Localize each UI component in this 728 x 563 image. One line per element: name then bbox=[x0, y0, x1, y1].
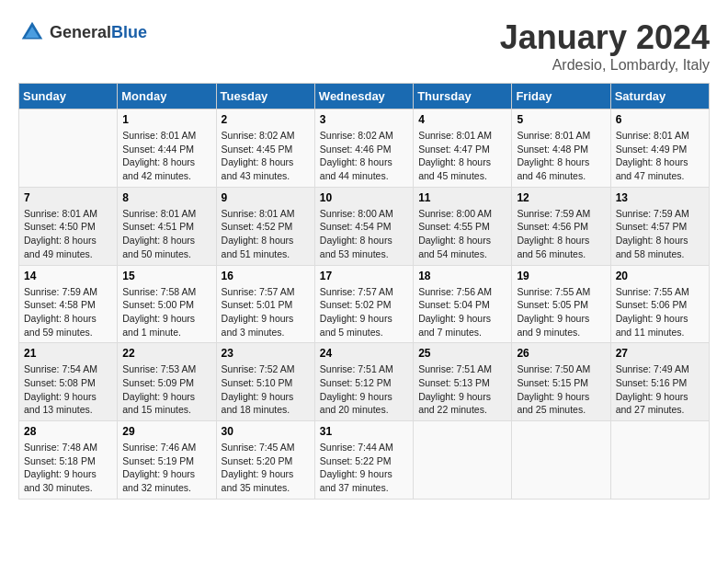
calendar-cell: 22 Sunrise: 7:53 AMSunset: 5:09 PMDaylig… bbox=[118, 343, 216, 421]
day-info: Sunrise: 8:01 AMSunset: 4:44 PMDaylight:… bbox=[122, 130, 196, 181]
day-number: 3 bbox=[320, 113, 408, 126]
calendar-cell: 16 Sunrise: 7:57 AMSunset: 5:01 PMDaylig… bbox=[216, 265, 314, 343]
day-info: Sunrise: 7:59 AMSunset: 4:58 PMDaylight:… bbox=[24, 286, 97, 338]
day-info: Sunrise: 7:58 AMSunset: 5:00 PMDaylight:… bbox=[122, 286, 196, 338]
calendar-cell: 26 Sunrise: 7:50 AMSunset: 5:15 PMDaylig… bbox=[512, 343, 610, 421]
header-day-thursday: Thursday bbox=[414, 84, 512, 109]
day-number: 31 bbox=[320, 425, 408, 438]
calendar-cell: 30 Sunrise: 7:45 AMSunset: 5:20 PMDaylig… bbox=[216, 421, 314, 500]
day-number: 4 bbox=[418, 113, 506, 126]
calendar-cell: 14 Sunrise: 7:59 AMSunset: 4:58 PMDaylig… bbox=[19, 265, 118, 343]
calendar-cell: 8 Sunrise: 8:01 AMSunset: 4:51 PMDayligh… bbox=[118, 187, 216, 265]
calendar-cell: 28 Sunrise: 7:48 AMSunset: 5:18 PMDaylig… bbox=[19, 421, 118, 500]
day-number: 7 bbox=[24, 191, 112, 204]
day-number: 28 bbox=[24, 425, 112, 438]
header-day-saturday: Saturday bbox=[610, 84, 709, 109]
day-info: Sunrise: 7:57 AMSunset: 5:01 PMDaylight:… bbox=[222, 286, 295, 338]
day-info: Sunrise: 7:59 AMSunset: 4:56 PMDaylight:… bbox=[517, 208, 590, 259]
calendar-cell: 9 Sunrise: 8:01 AMSunset: 4:52 PMDayligh… bbox=[216, 187, 314, 265]
calendar-cell: 7 Sunrise: 8:01 AMSunset: 4:50 PMDayligh… bbox=[19, 187, 118, 265]
day-info: Sunrise: 8:00 AMSunset: 4:55 PMDaylight:… bbox=[418, 208, 492, 259]
day-number: 26 bbox=[517, 347, 605, 360]
day-info: Sunrise: 8:01 AMSunset: 4:48 PMDaylight:… bbox=[517, 130, 590, 181]
calendar-cell: 25 Sunrise: 7:51 AMSunset: 5:13 PMDaylig… bbox=[414, 343, 512, 421]
day-info: Sunrise: 7:46 AMSunset: 5:19 PMDaylight:… bbox=[122, 442, 196, 493]
logo-text-blue: Blue bbox=[111, 23, 147, 41]
day-info: Sunrise: 7:55 AMSunset: 5:06 PMDaylight:… bbox=[616, 286, 689, 338]
day-number: 25 bbox=[418, 347, 506, 360]
calendar-cell: 12 Sunrise: 7:59 AMSunset: 4:56 PMDaylig… bbox=[512, 187, 610, 265]
day-number: 19 bbox=[517, 270, 605, 282]
calendar-table: SundayMondayTuesdayWednesdayThursdayFrid… bbox=[18, 83, 710, 500]
title-section: January 2024 Ardesio, Lombardy, Italy bbox=[500, 18, 710, 74]
calendar-cell: 18 Sunrise: 7:56 AMSunset: 5:04 PMDaylig… bbox=[414, 265, 512, 343]
calendar-week-row: 7 Sunrise: 8:01 AMSunset: 4:50 PMDayligh… bbox=[19, 187, 710, 265]
day-info: Sunrise: 7:50 AMSunset: 5:15 PMDaylight:… bbox=[517, 363, 590, 415]
day-number: 6 bbox=[616, 113, 704, 126]
day-number: 14 bbox=[24, 270, 112, 282]
day-number: 17 bbox=[320, 270, 408, 282]
day-info: Sunrise: 7:49 AMSunset: 5:16 PMDaylight:… bbox=[616, 363, 689, 415]
day-info: Sunrise: 7:51 AMSunset: 5:13 PMDaylight:… bbox=[418, 363, 492, 415]
day-info: Sunrise: 7:51 AMSunset: 5:12 PMDaylight:… bbox=[320, 363, 393, 415]
day-number: 15 bbox=[122, 270, 210, 282]
day-number: 29 bbox=[122, 425, 210, 438]
calendar-cell: 13 Sunrise: 7:59 AMSunset: 4:57 PMDaylig… bbox=[610, 187, 709, 265]
day-number: 11 bbox=[418, 191, 506, 204]
calendar-week-row: 1 Sunrise: 8:01 AMSunset: 4:44 PMDayligh… bbox=[19, 109, 710, 188]
day-number: 13 bbox=[616, 191, 704, 204]
calendar-header-row: SundayMondayTuesdayWednesdayThursdayFrid… bbox=[19, 84, 710, 109]
day-info: Sunrise: 8:01 AMSunset: 4:50 PMDaylight:… bbox=[24, 208, 97, 259]
day-info: Sunrise: 8:02 AMSunset: 4:45 PMDaylight:… bbox=[222, 130, 295, 181]
day-info: Sunrise: 7:44 AMSunset: 5:22 PMDaylight:… bbox=[320, 442, 393, 493]
calendar-cell: 1 Sunrise: 8:01 AMSunset: 4:44 PMDayligh… bbox=[118, 109, 216, 188]
day-number: 24 bbox=[320, 347, 408, 360]
calendar-cell: 10 Sunrise: 8:00 AMSunset: 4:54 PMDaylig… bbox=[314, 187, 413, 265]
calendar-cell: 4 Sunrise: 8:01 AMSunset: 4:47 PMDayligh… bbox=[414, 109, 512, 188]
header-day-sunday: Sunday bbox=[19, 84, 118, 109]
day-info: Sunrise: 7:59 AMSunset: 4:57 PMDaylight:… bbox=[616, 208, 689, 259]
day-number: 27 bbox=[616, 347, 704, 360]
calendar-cell bbox=[414, 421, 512, 500]
calendar-cell: 19 Sunrise: 7:55 AMSunset: 5:05 PMDaylig… bbox=[512, 265, 610, 343]
logo-icon bbox=[18, 18, 46, 46]
header-day-friday: Friday bbox=[512, 84, 610, 109]
day-number: 20 bbox=[616, 270, 704, 282]
day-info: Sunrise: 7:55 AMSunset: 5:05 PMDaylight:… bbox=[517, 286, 590, 338]
calendar-cell bbox=[19, 109, 118, 188]
calendar-cell: 27 Sunrise: 7:49 AMSunset: 5:16 PMDaylig… bbox=[610, 343, 709, 421]
day-number: 16 bbox=[222, 270, 310, 282]
calendar-cell: 2 Sunrise: 8:02 AMSunset: 4:45 PMDayligh… bbox=[216, 109, 314, 188]
logo: GeneralBlue bbox=[18, 18, 147, 46]
day-info: Sunrise: 8:01 AMSunset: 4:49 PMDaylight:… bbox=[616, 130, 689, 181]
calendar-cell: 29 Sunrise: 7:46 AMSunset: 5:19 PMDaylig… bbox=[118, 421, 216, 500]
day-info: Sunrise: 7:56 AMSunset: 5:04 PMDaylight:… bbox=[418, 286, 492, 338]
calendar-cell: 21 Sunrise: 7:54 AMSunset: 5:08 PMDaylig… bbox=[19, 343, 118, 421]
header-day-wednesday: Wednesday bbox=[314, 84, 413, 109]
calendar-cell: 31 Sunrise: 7:44 AMSunset: 5:22 PMDaylig… bbox=[314, 421, 413, 500]
day-info: Sunrise: 8:01 AMSunset: 4:52 PMDaylight:… bbox=[222, 208, 295, 259]
subtitle: Ardesio, Lombardy, Italy bbox=[500, 57, 710, 74]
main-title: January 2024 bbox=[500, 18, 710, 57]
day-info: Sunrise: 7:57 AMSunset: 5:02 PMDaylight:… bbox=[320, 286, 393, 338]
day-info: Sunrise: 8:01 AMSunset: 4:47 PMDaylight:… bbox=[418, 130, 492, 181]
day-number: 30 bbox=[222, 425, 310, 438]
day-info: Sunrise: 7:52 AMSunset: 5:10 PMDaylight:… bbox=[222, 363, 295, 415]
calendar-cell: 3 Sunrise: 8:02 AMSunset: 4:46 PMDayligh… bbox=[314, 109, 413, 188]
day-info: Sunrise: 8:01 AMSunset: 4:51 PMDaylight:… bbox=[122, 208, 196, 259]
header-day-tuesday: Tuesday bbox=[216, 84, 314, 109]
calendar-cell: 23 Sunrise: 7:52 AMSunset: 5:10 PMDaylig… bbox=[216, 343, 314, 421]
day-info: Sunrise: 8:00 AMSunset: 4:54 PMDaylight:… bbox=[320, 208, 393, 259]
day-number: 8 bbox=[122, 191, 210, 204]
day-info: Sunrise: 7:53 AMSunset: 5:09 PMDaylight:… bbox=[122, 363, 196, 415]
day-number: 22 bbox=[122, 347, 210, 360]
calendar-cell: 17 Sunrise: 7:57 AMSunset: 5:02 PMDaylig… bbox=[314, 265, 413, 343]
day-number: 2 bbox=[222, 113, 310, 126]
calendar-cell: 15 Sunrise: 7:58 AMSunset: 5:00 PMDaylig… bbox=[118, 265, 216, 343]
day-number: 10 bbox=[320, 191, 408, 204]
day-number: 9 bbox=[222, 191, 310, 204]
logo-text-general: General bbox=[50, 23, 111, 41]
calendar-week-row: 21 Sunrise: 7:54 AMSunset: 5:08 PMDaylig… bbox=[19, 343, 710, 421]
calendar-cell bbox=[512, 421, 610, 500]
day-number: 12 bbox=[517, 191, 605, 204]
